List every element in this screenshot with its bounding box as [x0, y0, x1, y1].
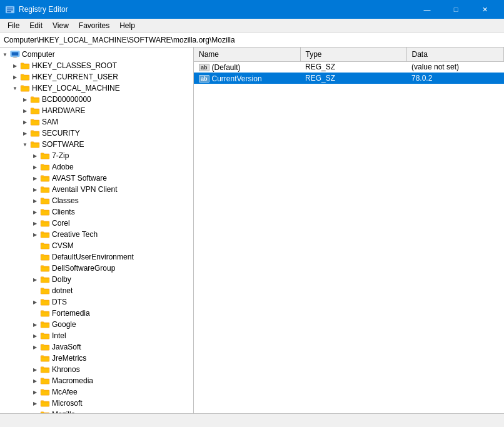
tree-item-hkey_classes_root[interactable]: ▶ HKEY_CLASSES_ROOT [0, 60, 193, 71]
folder-icon [30, 95, 40, 104]
tree-item-microsoft[interactable]: ▶ Microsoft [0, 398, 193, 409]
chevron-icon: ▼ [10, 86, 20, 91]
reg-ab-icon: ab [199, 64, 209, 71]
chevron-icon: ▶ [30, 176, 40, 181]
folder-icon [40, 241, 50, 250]
tree-pane[interactable]: ▼ Computer▶ HKEY_CLASSES_ROOT▶ HKEY_CURR… [0, 48, 194, 413]
tree-item-creativetech[interactable]: ▶ Creative Tech [0, 229, 193, 240]
tree-item-avast[interactable]: ▶ AVAST Software [0, 173, 193, 184]
maximize-button[interactable]: □ [441, 0, 470, 19]
svg-rect-2 [7, 9, 13, 11]
tree-item-label: Intel [52, 331, 66, 340]
col-name[interactable]: Name [194, 48, 300, 61]
reg-name-icon: ab(Default) [199, 63, 241, 72]
tree-item-label: Computer [22, 50, 55, 59]
title-bar-title: Registry Editor [19, 5, 68, 14]
tree-item-dotnet[interactable]: dotnet [0, 285, 193, 296]
tree-item-hardware[interactable]: ▶ HARDWARE [0, 105, 193, 116]
tree-item-sam[interactable]: ▶ SAM [0, 116, 193, 128]
close-button[interactable]: ✕ [470, 0, 499, 19]
tree-item-hkey_current_user[interactable]: ▶ HKEY_CURRENT_USER [0, 71, 193, 83]
tree-item-hkey_local_machine[interactable]: ▼ HKEY_LOCAL_MACHINE [0, 83, 193, 94]
tree-item-label: SAM [42, 118, 58, 126]
tree-item-label: SOFTWARE [42, 140, 84, 149]
detail-cell-data: (value not set) [406, 61, 504, 73]
tree-item-label: Classes [52, 196, 79, 205]
detail-row[interactable]: ab(Default)REG_SZ(value not set) [194, 61, 504, 73]
detail-row[interactable]: abCurrentVersionREG_SZ78.0.2 [194, 73, 504, 84]
detail-cell-name: ab(Default) [194, 61, 300, 73]
chevron-icon: ▶ [30, 401, 40, 406]
folder-icon [40, 151, 50, 160]
tree-item-dts[interactable]: ▶ DTS [0, 296, 193, 308]
address-bar: Computer\HKEY_LOCAL_MACHINE\SOFTWARE\moz… [0, 33, 504, 48]
tree-item-defaultuserenv[interactable]: DefaultUserEnvironment [0, 251, 193, 263]
tree-item-javascaft[interactable]: ▶ JavaSoft [0, 341, 193, 353]
chevron-icon: ▶ [30, 378, 40, 384]
chevron-icon: ▶ [30, 198, 40, 204]
tree-item-aventail[interactable]: ▶ Aventail VPN Client [0, 184, 193, 195]
chevron-icon: ▶ [30, 299, 40, 305]
chevron-icon: ▶ [30, 153, 40, 159]
menu-item-edit[interactable]: Edit [24, 20, 48, 31]
menu-item-view[interactable]: View [48, 20, 74, 31]
chevron-icon: ▶ [30, 333, 40, 339]
tree-item-corel[interactable]: ▶ Corel [0, 218, 193, 229]
tree-item-security[interactable]: ▶ SECURITY [0, 128, 193, 139]
folder-icon [30, 129, 40, 138]
tree-item-software[interactable]: ▼ SOFTWARE [0, 139, 193, 150]
menu-item-help[interactable]: Help [114, 20, 140, 31]
tree-item-intel[interactable]: ▶ Intel [0, 330, 193, 341]
chevron-icon: ▶ [10, 74, 20, 80]
folder-icon [40, 298, 50, 306]
folder-icon [40, 185, 50, 194]
tree-item-label: Corel [52, 219, 70, 228]
tree-item-bcd[interactable]: ▶ BCD00000000 [0, 94, 193, 105]
tree-item-adobe[interactable]: ▶ Adobe [0, 161, 193, 173]
tree-item-dellsoftware[interactable]: DellSoftwareGroup [0, 263, 193, 274]
tree-item-macromedia[interactable]: ▶ Macromedia [0, 375, 193, 386]
tree-item-label: Google [52, 320, 76, 329]
tree-item-label: Clients [52, 208, 75, 216]
tree-item-mcafee[interactable]: ▶ McAfee [0, 386, 193, 398]
tree-item-jremetrics[interactable]: JreMetrics [0, 353, 193, 364]
detail-cell-type: REG_SZ [300, 61, 406, 73]
col-type[interactable]: Type [300, 48, 406, 61]
detail-pane: Name Type Data ab(Default)REG_SZ(value n… [194, 48, 504, 413]
main-content: ▼ Computer▶ HKEY_CLASSES_ROOT▶ HKEY_CURR… [0, 48, 504, 413]
tree-item-label: HARDWARE [42, 106, 86, 115]
menu-item-file[interactable]: File [3, 20, 24, 31]
chevron-icon: ▶ [30, 389, 40, 395]
tree-item-7zip[interactable]: ▶ 7-Zip [0, 150, 193, 161]
folder-icon [40, 219, 50, 228]
folder-icon [40, 253, 50, 261]
reg-name-icon: abCurrentVersion [199, 74, 262, 83]
tree-item-clients[interactable]: ▶ Clients [0, 206, 193, 218]
col-data[interactable]: Data [406, 48, 504, 61]
tree-item-khronos[interactable]: ▶ Khronos [0, 364, 193, 375]
chevron-icon: ▶ [20, 108, 30, 114]
tree-item-computer[interactable]: ▼ Computer [0, 49, 193, 60]
folder-icon [30, 118, 40, 126]
tree-item-mozilla[interactable]: ▶ Mozilla [0, 409, 193, 413]
tree-item-label: 7-Zip [52, 151, 69, 160]
tree-item-fortemedia[interactable]: Fortemedia [0, 308, 193, 319]
folder-icon [40, 343, 50, 351]
tree-item-classes[interactable]: ▶ Classes [0, 195, 193, 206]
chevron-icon: ▶ [30, 367, 40, 373]
tree-item-dolby[interactable]: ▶ Dolby [0, 274, 193, 285]
tree-item-label: CVSM [52, 241, 74, 250]
folder-icon [20, 61, 30, 70]
tree-item-google[interactable]: ▶ Google [0, 319, 193, 330]
folder-icon [40, 230, 50, 239]
tree-item-label: JreMetrics [52, 354, 86, 363]
svg-rect-1 [7, 8, 13, 9]
title-bar-controls: — □ ✕ [413, 0, 499, 19]
tree-item-cvsm[interactable]: CVSM [0, 240, 193, 251]
chevron-icon: ▶ [30, 344, 40, 350]
tree-item-label: BCD00000000 [42, 95, 91, 104]
minimize-button[interactable]: — [413, 0, 441, 19]
computer-icon [10, 50, 20, 59]
menu-item-favorites[interactable]: Favorites [74, 20, 114, 31]
chevron-icon: ▶ [30, 322, 40, 328]
